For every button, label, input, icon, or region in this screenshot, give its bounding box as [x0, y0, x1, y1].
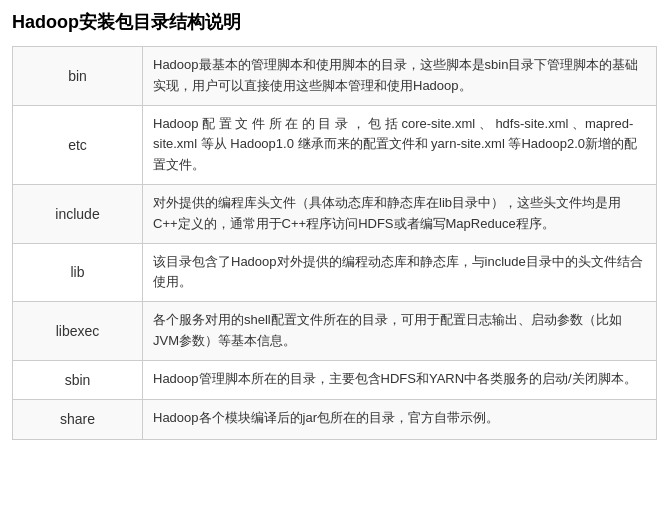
table-row: etcHadoop 配 置 文 件 所 在 的 目 录 ， 包 括 core-s… — [13, 105, 657, 184]
table-row: lib该目录包含了Hadoop对外提供的编程动态库和静态库，与include目录… — [13, 243, 657, 302]
dir-desc-cell: Hadoop各个模块编译后的jar包所在的目录，官方自带示例。 — [143, 400, 657, 439]
dir-name-cell: include — [13, 184, 143, 243]
table-row: libexec各个服务对用的shell配置文件所在的目录，可用于配置日志输出、启… — [13, 302, 657, 361]
dir-desc-cell: 各个服务对用的shell配置文件所在的目录，可用于配置日志输出、启动参数（比如J… — [143, 302, 657, 361]
table-row: shareHadoop各个模块编译后的jar包所在的目录，官方自带示例。 — [13, 400, 657, 439]
dir-name-cell: sbin — [13, 360, 143, 399]
dir-name-cell: libexec — [13, 302, 143, 361]
page-container: Hadoop安装包目录结构说明 binHadoop最基本的管理脚本和使用脚本的目… — [0, 0, 669, 450]
table-row: binHadoop最基本的管理脚本和使用脚本的目录，这些脚本是sbin目录下管理… — [13, 47, 657, 106]
dir-desc-cell: 对外提供的编程库头文件（具体动态库和静态库在lib目录中），这些头文件均是用C+… — [143, 184, 657, 243]
table-row: sbinHadoop管理脚本所在的目录，主要包含HDFS和YARN中各类服务的启… — [13, 360, 657, 399]
page-title: Hadoop安装包目录结构说明 — [12, 10, 657, 34]
dir-name-cell: etc — [13, 105, 143, 184]
dir-name-cell: share — [13, 400, 143, 439]
dir-name-cell: bin — [13, 47, 143, 106]
table-row: include对外提供的编程库头文件（具体动态库和静态库在lib目录中），这些头… — [13, 184, 657, 243]
dir-desc-cell: Hadoop最基本的管理脚本和使用脚本的目录，这些脚本是sbin目录下管理脚本的… — [143, 47, 657, 106]
dir-desc-cell: Hadoop 配 置 文 件 所 在 的 目 录 ， 包 括 core-site… — [143, 105, 657, 184]
dir-desc-cell: Hadoop管理脚本所在的目录，主要包含HDFS和YARN中各类服务的启动/关闭… — [143, 360, 657, 399]
dir-name-cell: lib — [13, 243, 143, 302]
directory-table: binHadoop最基本的管理脚本和使用脚本的目录，这些脚本是sbin目录下管理… — [12, 46, 657, 440]
dir-desc-cell: 该目录包含了Hadoop对外提供的编程动态库和静态库，与include目录中的头… — [143, 243, 657, 302]
